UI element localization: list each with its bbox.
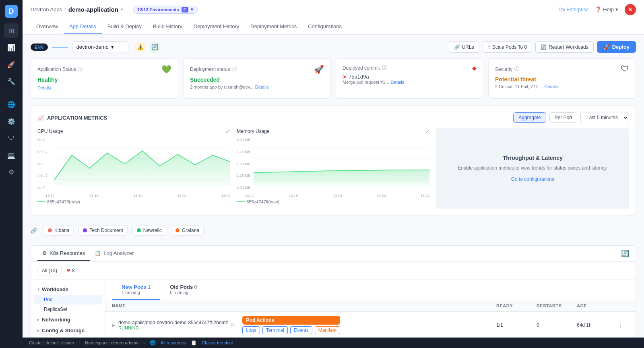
log-analyzer-tab[interactable]: 📋 Log Analyzer bbox=[90, 246, 138, 261]
deployed-commit-title: Deployed commit ⓘ bbox=[343, 64, 387, 71]
cluster-terminal-link[interactable]: Cluster terminal bbox=[202, 340, 233, 345]
tab-deployment-metrics[interactable]: Deployment Metrics bbox=[245, 19, 302, 34]
sidebar-icon-settings[interactable]: ⚙️ bbox=[4, 114, 19, 128]
all-filter-button[interactable]: All (13) bbox=[37, 266, 62, 276]
memory-chart-expand-btn[interactable]: ⤢ bbox=[425, 128, 430, 135]
tech-document-link[interactable]: Tech Document bbox=[78, 225, 127, 236]
env-filter-badge: F bbox=[182, 7, 188, 12]
tab-configurations[interactable]: Configurations bbox=[302, 19, 347, 34]
cpu-chart-expand-btn[interactable]: ⤢ bbox=[225, 128, 230, 135]
sidebar-icon-chart[interactable]: 📊 bbox=[4, 40, 19, 55]
env-dropdown-chevron[interactable]: ▾ bbox=[191, 7, 193, 12]
logs-action-link[interactable]: Logs bbox=[242, 326, 260, 334]
new-pods-section[interactable]: New Pods 1 1 running bbox=[112, 280, 160, 300]
sidebar-icon-code[interactable]: 💻 bbox=[4, 148, 19, 162]
nav-tabs: Overview App Details Build & Deploy Buil… bbox=[23, 19, 644, 35]
try-enterprise-link[interactable]: Try Enterprise bbox=[558, 7, 588, 12]
app-status-card: Application Status ⓘ 💚 Healthy Details bbox=[31, 58, 178, 99]
env-count-badge[interactable]: 12/12 Environments F ▾ bbox=[133, 6, 198, 14]
topbar: Devtron Apps / demo-application ▾ 12/12 … bbox=[23, 0, 644, 19]
log-tab-icon: 📋 bbox=[95, 250, 101, 256]
newrelic-link[interactable]: Newrelic bbox=[132, 225, 166, 236]
all-resources-link[interactable]: All resources bbox=[161, 340, 186, 345]
cpu-title-text: CPU Usage bbox=[37, 128, 63, 134]
restart-workloads-button[interactable]: 🔄 Restart Workloads bbox=[535, 41, 593, 53]
namespace-label: Namespace: devtron-demo bbox=[85, 340, 138, 345]
metrics-time-selector[interactable]: Last 5 minutes bbox=[580, 112, 629, 123]
app-name-link[interactable]: Devtron Apps bbox=[31, 6, 62, 12]
config-storage-group[interactable]: Config & Storage bbox=[31, 325, 105, 336]
k8s-tabs: ⚙ K8s Resources 📋 Log Analyzer bbox=[31, 246, 615, 261]
urls-link-icon: 🔗 bbox=[454, 44, 460, 50]
manifest-action-link[interactable]: Manifest bbox=[315, 326, 340, 334]
security-detail-text: 2 Critical, 11 Fail, 777 ... bbox=[495, 84, 543, 89]
deployment-status-header: Deployment status ⓘ 🚀 bbox=[190, 64, 324, 74]
workloads-tree: Workloads Pod ReplicaSet Networking Conf… bbox=[31, 280, 105, 338]
grafana-link[interactable]: Grafana bbox=[171, 225, 204, 236]
tab-overview[interactable]: Overview bbox=[31, 19, 64, 34]
events-action-link[interactable]: Events bbox=[290, 326, 312, 334]
app-status-details-link[interactable]: Details bbox=[37, 85, 51, 90]
env-warning-icon-btn[interactable]: ⚠️ bbox=[135, 41, 146, 53]
pod-row-expand-btn[interactable]: ▶ bbox=[112, 323, 115, 327]
external-links-bar: 🔗 Kibana Tech Document Newrelic Grafana bbox=[31, 221, 636, 240]
devtron-logo[interactable]: D bbox=[5, 5, 18, 18]
user-avatar[interactable]: S bbox=[625, 4, 636, 15]
sidebar-icon-config[interactable]: ⚙ bbox=[4, 165, 19, 179]
pod-actions-button[interactable]: Pod Actions bbox=[242, 316, 340, 325]
cpu-x-axis: 13:17 13:18 13:19 13:20 13:21 bbox=[45, 194, 230, 198]
k8s-resources-tab[interactable]: ⚙ K8s Resources bbox=[37, 246, 90, 261]
tab-build-deploy[interactable]: Build & Deploy bbox=[102, 19, 147, 34]
old-pods-section[interactable]: Old Pods 0 0 running bbox=[160, 280, 206, 300]
commit-details-link[interactable]: Details bbox=[391, 80, 405, 85]
replicaset-workload-item[interactable]: ReplicaSet bbox=[31, 304, 105, 314]
pod-sections: New Pods 1 1 running Old Pods 0 0 runnin… bbox=[105, 280, 636, 300]
networking-label: Networking bbox=[42, 317, 70, 323]
k8s-tab-icon: ⚙ bbox=[42, 250, 47, 256]
security-details-link[interactable]: Details bbox=[545, 84, 558, 89]
sidebar-icon-tools[interactable]: 🔧 bbox=[4, 74, 19, 89]
mem-y-label-4: 1.25 MB bbox=[237, 174, 250, 178]
kibana-link[interactable]: Kibana bbox=[43, 225, 74, 236]
deployment-details-link[interactable]: Details bbox=[255, 85, 269, 89]
workloads-label: Workloads bbox=[42, 286, 68, 292]
table-row: ▶ demo-application-devtron-demo-855c4747… bbox=[105, 312, 636, 338]
security-title: Security ⓘ bbox=[495, 66, 519, 72]
k8s-refresh-button[interactable]: 🔄 bbox=[615, 246, 636, 261]
tab-deployment-history[interactable]: Deployment History bbox=[188, 19, 245, 34]
terminal-action-link[interactable]: Terminal bbox=[262, 326, 288, 334]
sidebar-divider bbox=[5, 93, 17, 93]
pod-copy-icon[interactable]: ⎘ bbox=[231, 322, 234, 328]
scale-pods-button[interactable]: ↕ Scale Pods To 0 bbox=[483, 41, 533, 53]
sidebar-icon-security[interactable]: 🛡 bbox=[4, 131, 19, 145]
pod-name-status: demo-application-devtron-demo-855c4747ff… bbox=[118, 320, 228, 330]
bottom-sep-1: | bbox=[79, 340, 80, 345]
pod-workload-item[interactable]: Pod bbox=[34, 295, 102, 304]
tab-build-history[interactable]: Build History bbox=[147, 19, 188, 34]
env-selected-value: devtron-demo bbox=[76, 44, 109, 50]
go-to-configurations-link[interactable]: Go to configurations bbox=[511, 176, 554, 182]
app-status-icon: 💚 bbox=[161, 64, 171, 74]
sidebar-icon-globe[interactable]: 🌐 bbox=[4, 97, 19, 112]
tab-app-details[interactable]: App Details bbox=[64, 19, 101, 34]
env-refresh-icon-btn[interactable]: 🔄 bbox=[149, 41, 161, 53]
aggregate-toggle-btn[interactable]: Aggregate bbox=[513, 112, 546, 123]
pod-more-options-btn[interactable]: ⋮ bbox=[617, 321, 629, 329]
deploy-button[interactable]: 🚀 Deploy bbox=[597, 41, 636, 53]
urls-button[interactable]: 🔗 URLs bbox=[449, 41, 479, 53]
app-dropdown-chevron[interactable]: ▾ bbox=[121, 7, 123, 12]
commit-detail: Merge pull request #1... Details bbox=[343, 80, 477, 85]
env-selector[interactable]: devtron-demo ▾ bbox=[72, 41, 128, 52]
networking-group[interactable]: Networking bbox=[31, 314, 105, 325]
config-storage-label: Config & Storage bbox=[42, 327, 85, 334]
k8s-resources-tab-label: K8s Resources bbox=[50, 250, 85, 256]
help-button[interactable]: ❓ Help ▾ bbox=[595, 6, 618, 12]
metrics-chart-icon: 📈 bbox=[37, 115, 44, 121]
sidebar-icon-deploy[interactable]: 🚀 bbox=[4, 57, 19, 72]
cpu-chart-container: CPU Usage ⤢ 6e-7 5.5e-7 5e-7 4.5e-7 4e-7 bbox=[37, 128, 230, 209]
sidebar-icon-apps[interactable]: ⊞ bbox=[4, 23, 19, 38]
per-pod-toggle-btn[interactable]: Per Pod bbox=[549, 112, 577, 123]
breadcrumb: Devtron Apps / demo-application ▾ bbox=[31, 6, 123, 13]
mem-x-3: 13:19 bbox=[333, 194, 342, 198]
workloads-group[interactable]: Workloads bbox=[31, 284, 105, 295]
